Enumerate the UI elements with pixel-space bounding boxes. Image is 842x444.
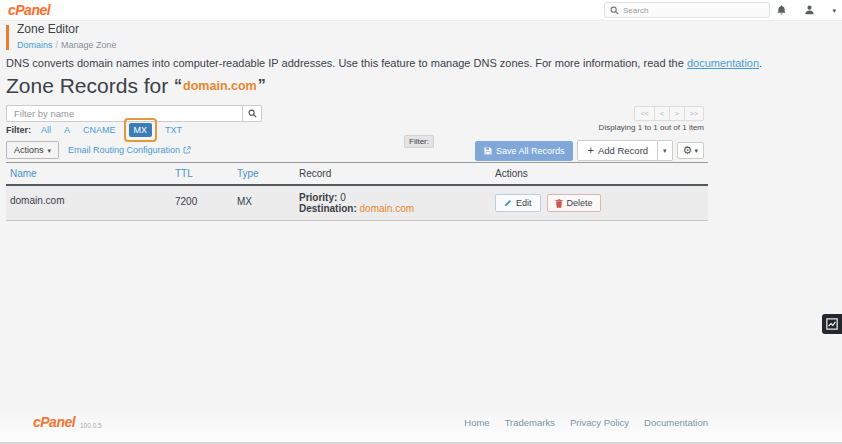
table-header-row: Name TTL Type Record Actions xyxy=(6,163,708,186)
heading-prefix: Zone Records for xyxy=(6,74,168,97)
filter-cname-link[interactable]: CNAME xyxy=(83,125,116,135)
record-ttl: 7200 xyxy=(171,185,233,221)
delete-record-button[interactable]: Delete xyxy=(547,194,601,212)
search-icon xyxy=(610,6,619,15)
topbar-caret-down-icon[interactable]: ▾ xyxy=(832,7,836,14)
caret-down-icon: ▾ xyxy=(48,147,52,154)
priority-value: 0 xyxy=(340,192,346,203)
pagination-status: Displaying 1 to 1 out of 1 item xyxy=(599,123,704,132)
gear-icon: ⚙ xyxy=(683,145,693,156)
filter-label: Filter: xyxy=(6,125,31,135)
delete-label: Delete xyxy=(567,198,593,208)
filter-mx-pill[interactable]: MX xyxy=(129,123,153,137)
footer-home-link[interactable]: Home xyxy=(464,417,489,428)
add-record-group: + Add Record ▾ xyxy=(577,140,672,161)
record-name: domain.com xyxy=(6,185,171,221)
footer-privacy-policy-link[interactable]: Privacy Policy xyxy=(570,417,629,428)
breadcrumb-domains-link[interactable]: Domains xyxy=(17,40,53,50)
filter-type-row: Filter: All A CNAME MX TXT xyxy=(6,125,195,135)
pagination-first-button[interactable]: << xyxy=(634,106,654,121)
pagination-next-button[interactable]: > xyxy=(669,106,685,121)
save-icon xyxy=(484,147,492,155)
column-header-name[interactable]: Name xyxy=(10,168,37,179)
table-settings-button[interactable]: ⚙ ▾ xyxy=(677,142,704,159)
pagination: << < > >> xyxy=(634,106,704,121)
record-type: MX xyxy=(233,185,295,221)
page-title: Zone Editor xyxy=(17,22,79,36)
actions-row: Actions ▾ Email Routing Configuration xyxy=(6,141,191,159)
column-header-actions: Actions xyxy=(491,163,708,186)
user-account-icon[interactable] xyxy=(804,4,815,16)
heading-open-quote: “ xyxy=(174,77,182,94)
footer-links: Home Trademarks Privacy Policy Documenta… xyxy=(464,417,708,428)
notifications-bell-icon[interactable] xyxy=(776,4,787,16)
destination-value: domain.com xyxy=(360,203,414,214)
footer-trademarks-link[interactable]: Trademarks xyxy=(505,417,555,428)
table-row: domain.com 7200 MX Priority: 0 Destinati… xyxy=(6,185,708,221)
filter-search-button[interactable] xyxy=(242,105,262,122)
description-period: . xyxy=(759,57,762,69)
filter-by-name-input[interactable] xyxy=(6,105,242,122)
breadcrumb-separator: / xyxy=(56,40,59,50)
description-text: DNS converts domain names into computer-… xyxy=(6,57,687,69)
chart-icon xyxy=(826,318,838,330)
zone-records-heading: Zone Records for “domain.com” xyxy=(6,74,266,98)
page-title-accent-bar xyxy=(6,25,9,50)
filter-a-link[interactable]: A xyxy=(64,125,70,135)
filter-all-link[interactable]: All xyxy=(41,125,51,135)
filter-txt-link[interactable]: TXT xyxy=(165,125,182,135)
documentation-link[interactable]: documentation xyxy=(687,57,759,69)
column-header-ttl[interactable]: TTL xyxy=(175,168,193,179)
edit-record-button[interactable]: Edit xyxy=(495,194,541,212)
pagination-prev-button[interactable]: < xyxy=(654,106,670,121)
record-actions: Edit Delete xyxy=(491,185,708,221)
column-header-record: Record xyxy=(295,163,491,186)
plus-icon: + xyxy=(587,145,593,156)
caret-down-icon: ▾ xyxy=(694,147,698,154)
column-header-type[interactable]: Type xyxy=(237,168,259,179)
record-actions-toolbar: Save All Records + Add Record ▾ ⚙ ▾ xyxy=(475,140,704,161)
priority-label: Priority: xyxy=(299,192,337,203)
caret-down-icon: ▾ xyxy=(663,147,667,154)
footer-cpanel-logo: cPanel xyxy=(33,414,75,430)
heading-close-quote: ” xyxy=(258,77,266,94)
zone-records-table: Name TTL Type Record Actions domain.com … xyxy=(6,162,708,221)
heading-domain: domain.com xyxy=(183,79,257,93)
breadcrumb-current: Manage Zone xyxy=(61,40,117,50)
filter-mx-selected[interactable]: MX xyxy=(129,125,153,135)
footer-documentation-link[interactable]: Documentation xyxy=(644,417,708,428)
actions-button-label: Actions xyxy=(14,145,44,155)
global-search[interactable] xyxy=(604,2,770,18)
page-description: DNS converts domain names into computer-… xyxy=(6,57,762,69)
add-record-label: Add Record xyxy=(598,145,648,156)
pencil-icon xyxy=(504,199,512,207)
trash-icon xyxy=(555,199,563,208)
email-routing-label: Email Routing Configuration xyxy=(68,145,180,155)
pagination-last-button[interactable]: >> xyxy=(684,106,704,121)
actions-dropdown-button[interactable]: Actions ▾ xyxy=(6,141,59,159)
external-link-icon xyxy=(183,146,191,154)
breadcrumb: Domains/Manage Zone xyxy=(17,40,117,50)
topbar: cPanel ▾ xyxy=(0,0,842,21)
filter-by-name-group xyxy=(6,105,262,122)
footer-version: 100.0.5 xyxy=(80,422,102,429)
email-routing-configuration-link[interactable]: Email Routing Configuration xyxy=(68,145,191,155)
record-value: Priority: 0 Destination: domain.com xyxy=(295,185,491,221)
save-all-records-button[interactable]: Save All Records xyxy=(475,141,574,161)
save-all-label: Save All Records xyxy=(496,146,565,156)
cpanel-logo: cPanel xyxy=(8,2,50,18)
add-record-button[interactable]: + Add Record xyxy=(577,140,658,161)
edit-label: Edit xyxy=(516,198,532,208)
filter-tooltip: Filter: xyxy=(404,135,434,148)
footer xyxy=(0,406,842,444)
search-icon xyxy=(248,109,257,118)
analytics-side-tab[interactable] xyxy=(822,314,842,334)
add-record-caret-button[interactable]: ▾ xyxy=(658,140,673,161)
destination-label: Destination: xyxy=(299,203,357,214)
search-input[interactable] xyxy=(623,6,764,15)
